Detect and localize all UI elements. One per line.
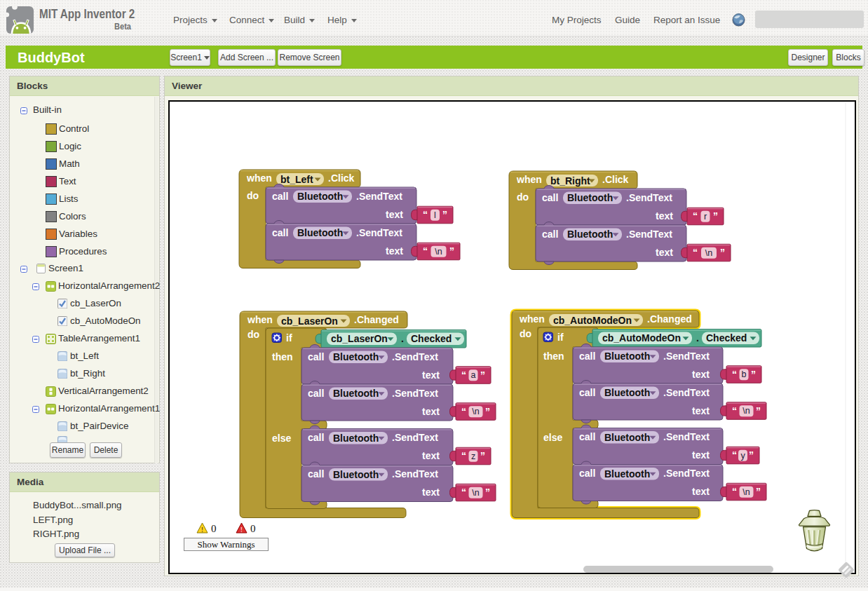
svg-text:”: ”: [751, 369, 756, 380]
svg-text:”: ”: [756, 486, 761, 497]
svg-text:text: text: [422, 369, 440, 381]
svg-text:text: text: [422, 487, 440, 498]
svg-text:”: ”: [480, 369, 485, 381]
svg-text:text: text: [692, 369, 710, 380]
svg-text:else: else: [272, 433, 291, 444]
svg-text:.Click: .Click: [328, 172, 355, 184]
svg-text:\n: \n: [472, 407, 479, 416]
svg-text:.SendText: .SendText: [392, 468, 438, 480]
svg-text:!: !: [240, 526, 243, 534]
svg-text:“: “: [732, 449, 737, 461]
svg-text:“: “: [732, 486, 737, 497]
svg-text:text: text: [422, 450, 440, 461]
svg-text:cb_LaserOn: cb_LaserOn: [281, 315, 338, 327]
svg-text:l: l: [434, 210, 436, 220]
svg-text:text: text: [692, 486, 710, 497]
svg-text:when: when: [519, 313, 545, 325]
svg-text:“: “: [461, 450, 466, 461]
svg-text:call: call: [542, 229, 558, 240]
svg-text:r: r: [704, 212, 707, 222]
svg-text:.SendText: .SendText: [392, 388, 438, 399]
svg-text:cb_AutoModeOn: cb_AutoModeOn: [602, 332, 681, 344]
svg-text:bt_Left: bt_Left: [280, 174, 313, 185]
svg-text:.SendText: .SendText: [626, 192, 672, 203]
svg-text:“: “: [461, 406, 466, 417]
svg-text:if: if: [286, 332, 292, 344]
svg-text:\n: \n: [472, 488, 479, 498]
svg-text:text: text: [386, 245, 403, 257]
svg-text:call: call: [542, 192, 558, 203]
svg-text:“: “: [461, 369, 466, 381]
svg-text:0: 0: [250, 523, 256, 534]
svg-text:text: text: [422, 406, 440, 417]
svg-text:else: else: [543, 432, 562, 443]
svg-text:Checked: Checked: [411, 333, 452, 344]
svg-text:“: “: [423, 245, 428, 257]
svg-text:a: a: [471, 370, 476, 380]
svg-text:”: ”: [756, 405, 761, 416]
svg-text:.Click: .Click: [602, 174, 629, 185]
svg-text:Bluetooth: Bluetooth: [567, 192, 613, 203]
svg-text:\n: \n: [742, 487, 750, 497]
svg-text:.SendText: .SendText: [356, 191, 402, 202]
svg-text:Bluetooth: Bluetooth: [333, 388, 379, 399]
svg-text:“: “: [461, 487, 466, 498]
svg-text:”: ”: [480, 450, 485, 461]
svg-text:Bluetooth: Bluetooth: [567, 229, 613, 240]
svg-text:.SendText: .SendText: [663, 468, 710, 479]
svg-text:when: when: [247, 314, 273, 325]
svg-text:z: z: [471, 451, 475, 461]
svg-text:Bluetooth: Bluetooth: [333, 469, 379, 480]
svg-text:“: “: [693, 210, 698, 222]
svg-text:”: ”: [449, 245, 454, 257]
svg-text:call: call: [579, 351, 595, 362]
svg-text:cb_LaserOn: cb_LaserOn: [331, 333, 388, 344]
svg-text:\n: \n: [705, 248, 712, 258]
svg-text:.SendText: .SendText: [392, 432, 438, 443]
svg-text:when: when: [246, 172, 272, 184]
svg-text:.: .: [696, 332, 699, 344]
svg-text:text: text: [692, 449, 710, 461]
svg-text:when: when: [516, 174, 542, 185]
svg-text:Bluetooth: Bluetooth: [333, 351, 379, 362]
svg-text:call: call: [308, 468, 324, 480]
svg-text:”: ”: [749, 449, 754, 461]
svg-text:”: ”: [485, 487, 490, 498]
svg-text:.SendText: .SendText: [356, 227, 402, 238]
svg-text:Bluetooth: Bluetooth: [604, 387, 650, 398]
svg-text:\n: \n: [435, 247, 442, 257]
svg-text:\n: \n: [742, 406, 750, 416]
svg-text:then: then: [272, 351, 293, 362]
svg-text:call: call: [579, 468, 595, 479]
svg-text:Bluetooth: Bluetooth: [604, 432, 650, 443]
svg-text:then: then: [543, 351, 564, 362]
svg-text:b: b: [742, 369, 747, 379]
svg-text:text: text: [386, 209, 403, 220]
svg-text:“: “: [732, 369, 737, 380]
svg-text:.SendText: .SendText: [392, 351, 438, 362]
svg-text:call: call: [308, 351, 324, 362]
svg-text:”: ”: [720, 247, 725, 258]
svg-text:“: “: [693, 247, 698, 258]
svg-text:call: call: [579, 431, 595, 442]
svg-text:call: call: [308, 432, 324, 443]
svg-text:if: if: [557, 332, 564, 343]
svg-text:.SendText: .SendText: [663, 387, 710, 398]
svg-text:“: “: [732, 405, 737, 416]
svg-text:text: text: [692, 405, 710, 416]
svg-text:do: do: [517, 191, 529, 203]
svg-text:do: do: [247, 190, 259, 201]
svg-text:.SendText: .SendText: [663, 351, 710, 362]
svg-text:text: text: [656, 247, 673, 258]
svg-text:call: call: [272, 227, 288, 238]
svg-text:Checked: Checked: [706, 332, 747, 344]
svg-text:do: do: [247, 329, 259, 340]
svg-text:cb_AutoModeOn: cb_AutoModeOn: [553, 315, 632, 326]
svg-text:”: ”: [485, 406, 490, 417]
svg-text:call: call: [579, 387, 595, 398]
svg-text:0: 0: [211, 523, 217, 534]
svg-text:.SendText: .SendText: [626, 229, 672, 240]
svg-text:.SendText: .SendText: [663, 431, 710, 442]
svg-text:”: ”: [713, 210, 718, 222]
svg-text:text: text: [656, 210, 673, 222]
